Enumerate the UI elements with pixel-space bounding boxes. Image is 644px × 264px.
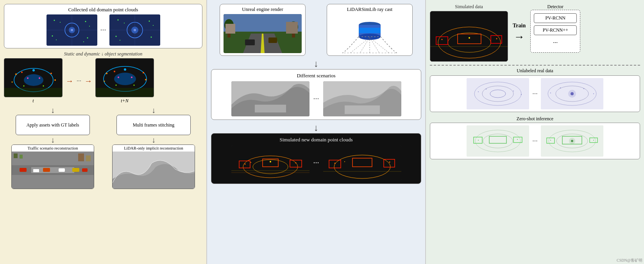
svg-rect-65	[20, 155, 23, 159]
svg-line-89	[370, 37, 389, 53]
svg-point-20	[148, 21, 150, 22]
lidar-title: LiDARSimLib ray cast	[347, 7, 393, 12]
svg-point-39	[39, 77, 40, 79]
arrow-down-mid2: ↓	[314, 123, 318, 132]
seg-label: Static and dynamic ↓ object segmentation	[4, 51, 202, 57]
simulated-box: Simulated new domain point clouds	[211, 133, 421, 184]
train-section: Simulated data Train	[430, 4, 640, 66]
svg-point-129	[478, 91, 479, 92]
svg-point-35	[23, 86, 25, 87]
unlabeled-label: Unlabeled real data	[430, 68, 640, 74]
svg-point-137	[571, 92, 574, 95]
svg-point-44	[106, 73, 107, 74]
svg-point-140	[560, 87, 561, 88]
svg-rect-84	[359, 28, 381, 33]
svg-point-102	[244, 164, 245, 165]
scenario-img-2	[323, 81, 401, 116]
simulated-title: Simulated new domain point clouds	[215, 137, 418, 143]
zeroshot-section: Zero-shot inference	[430, 114, 640, 159]
svg-rect-80	[225, 24, 235, 34]
zeroshot-img-1	[467, 125, 529, 157]
svg-point-33	[50, 73, 52, 74]
collected-clouds-title: Collected old domain point clouds	[68, 7, 138, 13]
svg-point-138	[550, 93, 551, 93]
svg-rect-74	[268, 37, 277, 43]
detector-list: PV-RCNN PV-RCNN++ ...	[530, 10, 580, 53]
svg-point-18	[117, 20, 118, 21]
svg-point-132	[521, 94, 522, 95]
watermark: CSDN@客矿明	[617, 258, 642, 263]
svg-rect-63	[82, 168, 88, 172]
svg-point-21	[153, 25, 154, 26]
svg-rect-62	[72, 168, 79, 172]
svg-point-11	[83, 41, 84, 42]
scenario-img-1	[231, 81, 309, 116]
svg-point-52	[118, 77, 119, 78]
svg-point-113	[344, 161, 345, 162]
arrow-down-right: ↓	[152, 106, 156, 114]
svg-point-139	[593, 93, 594, 94]
simulated-img-2	[323, 145, 401, 180]
pc-image-2	[109, 14, 160, 46]
real-data-img-1	[467, 78, 529, 109]
svg-point-154	[571, 140, 573, 142]
svg-point-149	[517, 139, 518, 140]
dots-middle: ···	[100, 26, 106, 35]
svg-point-158	[550, 140, 551, 141]
detector-title: Detector	[547, 4, 564, 10]
point-cloud-row: ···	[47, 14, 160, 46]
middle-panel: Unreal engine render	[207, 0, 426, 264]
svg-point-36	[43, 86, 44, 87]
svg-rect-125	[467, 78, 529, 109]
lidar-box: LiDARSimLib ray cast	[327, 4, 413, 56]
svg-rect-66	[78, 153, 84, 161]
unlabeled-section: Unlabeled real data	[430, 68, 640, 112]
lidar-recon-label: LiDAR-only implicit reconstruction	[113, 145, 195, 152]
svg-point-8	[52, 36, 53, 37]
svg-line-88	[370, 37, 379, 53]
zeroshot-img-2	[541, 125, 603, 157]
svg-rect-60	[43, 168, 50, 172]
svg-point-122	[442, 39, 443, 40]
arrow-down-left2: ↓	[51, 136, 55, 144]
right-col: ↓ Multi frames stitching ↓ LiDAR-only im…	[105, 105, 202, 189]
frame-t-label: t	[32, 98, 34, 104]
real-data-img-2	[541, 78, 603, 109]
bottom-two-col: ↓ Apply assets with GT labels ↓ Traffic …	[4, 105, 202, 189]
train-arrow: Train →	[513, 4, 526, 62]
svg-point-45	[114, 71, 115, 72]
sim-data-img	[430, 11, 508, 62]
traffic-recon-img	[12, 152, 94, 189]
svg-rect-54	[96, 88, 154, 97]
zeroshot-img-row: ···	[433, 125, 637, 157]
arrow-down-mid1: ↓	[314, 59, 318, 68]
svg-point-105	[270, 161, 271, 162]
svg-point-5	[60, 22, 61, 23]
svg-point-123	[496, 38, 497, 39]
svg-point-19	[124, 23, 125, 23]
svg-rect-79	[286, 22, 298, 34]
unlabeled-box: ···	[430, 75, 640, 112]
svg-point-103	[250, 162, 251, 163]
arrow-right-frames: →	[66, 77, 73, 86]
frame-t-img	[4, 58, 63, 97]
frame-tn-label: t+N	[121, 98, 128, 104]
svg-point-148	[478, 140, 479, 141]
unreal-title: Unreal engine render	[242, 7, 283, 12]
svg-point-51	[124, 68, 126, 71]
arrow-down-right2: ↓	[152, 136, 156, 144]
svg-point-50	[134, 85, 135, 86]
svg-point-9	[56, 39, 57, 40]
pv-rcnn-item: PV-RCNN	[534, 13, 577, 23]
pv-rcnn-pp-item: PV-RCNN++	[534, 25, 577, 35]
svg-point-48	[145, 79, 147, 80]
svg-point-112	[334, 163, 335, 164]
traffic-recon-box: Traffic scenario reconstruction	[11, 144, 94, 189]
svg-point-131	[513, 91, 514, 91]
svg-point-38	[27, 77, 29, 79]
arrow-right-frames2: →	[84, 77, 92, 86]
svg-rect-61	[59, 168, 65, 172]
dots-zeroshot: ···	[532, 137, 538, 145]
svg-rect-58	[20, 168, 27, 172]
svg-rect-93	[345, 105, 380, 114]
